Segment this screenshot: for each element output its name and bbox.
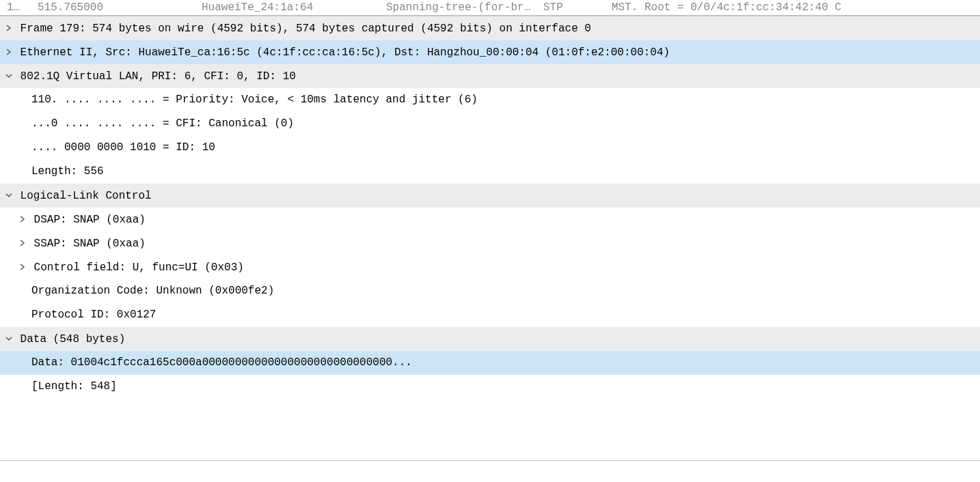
col-protocol: STP bbox=[543, 1, 612, 14]
col-source: HuaweiTe_24:1a:64 bbox=[202, 1, 386, 14]
llc-control-label: Control field: U, func=UI (0x03) bbox=[34, 261, 244, 274]
chevron-right-icon[interactable] bbox=[18, 255, 27, 279]
ethernet-row[interactable]: Ethernet II, Src: HuaweiTe_ca:16:5c (4c:… bbox=[0, 40, 980, 64]
vlan-length-row[interactable]: Length: 556 bbox=[0, 160, 980, 184]
data-header-row[interactable]: Data (548 bytes) bbox=[0, 327, 980, 351]
llc-header-label: Logical-Link Control bbox=[21, 190, 152, 202]
data-length-label: [Length: 548] bbox=[31, 380, 117, 393]
vlan-priority-label: 110. .... .... .... = Priority: Voice, <… bbox=[31, 94, 478, 106]
llc-protoid-label: Protocol ID: 0x0127 bbox=[31, 309, 156, 321]
vlan-id-label: .... 0000 0000 1010 = ID: 10 bbox=[31, 141, 215, 154]
llc-orgcode-row[interactable]: Organization Code: Unknown (0x000fe2) bbox=[0, 279, 980, 303]
vlan-cfi-label: ...0 .... .... .... = CFI: Canonical (0) bbox=[31, 117, 294, 130]
llc-dsap-label: DSAP: SNAP (0xaa) bbox=[34, 214, 146, 226]
data-header-label: Data (548 bytes) bbox=[21, 333, 126, 345]
chevron-right-icon[interactable] bbox=[4, 16, 14, 40]
data-value-row[interactable]: Data: 01004c1fccca165c000a00000000000000… bbox=[0, 351, 980, 375]
chevron-right-icon[interactable] bbox=[18, 231, 27, 255]
packet-list[interactable]: 1… 515.765000 HuaweiTe_24:1a:64 Spanning… bbox=[0, 0, 980, 16]
vlan-cfi-row[interactable]: ...0 .... .... .... = CFI: Canonical (0) bbox=[0, 112, 980, 136]
chevron-right-icon[interactable] bbox=[18, 208, 27, 231]
data-value-label: Data: 01004c1fccca165c000a00000000000000… bbox=[31, 356, 412, 369]
col-time: 515.765000 bbox=[38, 1, 202, 14]
vlan-length-label: Length: 556 bbox=[31, 165, 104, 178]
llc-dsap-row[interactable]: DSAP: SNAP (0xaa) bbox=[0, 208, 980, 231]
llc-control-row[interactable]: Control field: U, func=UI (0x03) bbox=[0, 255, 980, 279]
col-info: MST. Root = 0/0/4c:1f:cc:34:42:40 C bbox=[612, 1, 980, 14]
vlan-header-row[interactable]: 802.1Q Virtual LAN, PRI: 6, CFI: 0, ID: … bbox=[0, 64, 980, 88]
llc-ssap-row[interactable]: SSAP: SNAP (0xaa) bbox=[0, 231, 980, 255]
ethernet-label: Ethernet II, Src: HuaweiTe_ca:16:5c (4c:… bbox=[21, 46, 670, 59]
llc-ssap-label: SSAP: SNAP (0xaa) bbox=[34, 238, 146, 250]
col-no: 1… bbox=[0, 1, 38, 14]
chevron-down-icon[interactable] bbox=[4, 184, 14, 208]
vlan-priority-row[interactable]: 110. .... .... .... = Priority: Voice, <… bbox=[0, 88, 980, 112]
llc-orgcode-label: Organization Code: Unknown (0x000fe2) bbox=[31, 285, 274, 297]
vlan-header-label: 802.1Q Virtual LAN, PRI: 6, CFI: 0, ID: … bbox=[21, 70, 296, 83]
vlan-id-row[interactable]: .... 0000 0000 1010 = ID: 10 bbox=[0, 136, 980, 160]
llc-protoid-row[interactable]: Protocol ID: 0x0127 bbox=[0, 303, 980, 327]
packet-details-pane[interactable]: Frame 179: 574 bytes on wire (4592 bits)… bbox=[0, 16, 980, 461]
data-length-row[interactable]: [Length: 548] bbox=[0, 375, 980, 399]
chevron-right-icon[interactable] bbox=[4, 40, 14, 64]
chevron-down-icon[interactable] bbox=[4, 327, 14, 351]
llc-header-row[interactable]: Logical-Link Control bbox=[0, 184, 980, 208]
frame-label: Frame 179: 574 bytes on wire (4592 bits)… bbox=[21, 23, 591, 35]
packet-row[interactable]: 1… 515.765000 HuaweiTe_24:1a:64 Spanning… bbox=[0, 1, 980, 14]
chevron-down-icon[interactable] bbox=[4, 64, 14, 88]
col-destination: Spanning-tree-(for-br… bbox=[386, 1, 543, 14]
frame-row[interactable]: Frame 179: 574 bytes on wire (4592 bits)… bbox=[0, 16, 980, 40]
